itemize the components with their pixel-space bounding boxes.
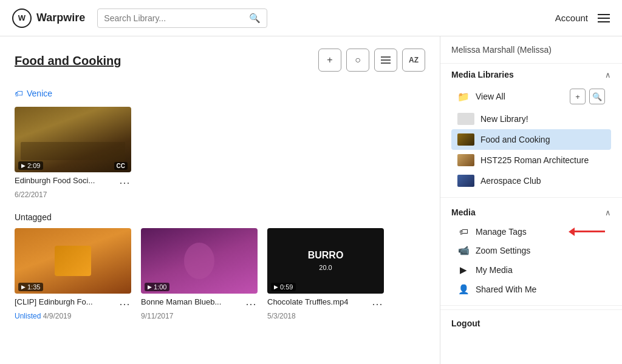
toolbar: + ○ AZ [318, 49, 425, 72]
sidebar-user: Melissa Marshall (Melissa) [440, 36, 622, 64]
search-icon: 🔍 [249, 13, 261, 24]
logo-text: Warpwire [36, 12, 85, 24]
media-section-title: Media [451, 207, 476, 217]
new-library-label: New Library! [480, 114, 528, 124]
play-icon: ▶ [457, 265, 470, 275]
tag-icon: 🏷 [15, 89, 23, 98]
card-thumbnail: ▶ 1:35 [15, 228, 131, 294]
sidebar-item-new-library[interactable]: New Library! [451, 109, 611, 129]
media-libraries-title: Media Libraries [451, 70, 514, 79]
untagged-label: Untagged [15, 212, 425, 222]
shared-with-me-label: Shared With Me [476, 285, 536, 294]
tag-label: Venice [27, 89, 52, 98]
card-date: 6/22/2017 [15, 190, 131, 199]
logout-label[interactable]: Logout [451, 318, 480, 328]
svg-rect-2 [381, 62, 391, 64]
arrow-head-icon [569, 228, 575, 236]
card-info: [CLIP] Edinburgh Fo... ⋯ Unlisted 4/9/20… [15, 294, 131, 324]
search-library-button[interactable]: 🔍 [589, 89, 605, 104]
card-bonne-maman[interactable]: ▶ 1:00 Bonne Maman Blueb... ⋯ 9/11/2017 [141, 228, 258, 324]
logout-section: Logout [440, 309, 622, 337]
arrow-indicator [569, 228, 605, 236]
cc-badge: CC [114, 162, 128, 170]
my-media-label: My Media [476, 265, 513, 275]
video-duration: ▶ 1:35 [18, 283, 43, 291]
media-libraries-section: Media Libraries ∧ 📁 View All + 🔍 New Lib… [440, 64, 622, 194]
search-input[interactable] [104, 13, 244, 23]
account-label[interactable]: Account [555, 13, 588, 23]
search-bar[interactable]: 🔍 [97, 8, 267, 28]
card-title: [CLIP] Edinburgh Fo... [15, 297, 118, 306]
card-chocolate-truffles[interactable]: BURRO20.0 ▶ 0:59 Chocolate Truffles.mp4 … [267, 228, 384, 324]
hamburger-menu[interactable] [598, 14, 610, 22]
collapse-libraries-icon[interactable]: ∧ [605, 70, 611, 79]
list-icon [381, 56, 391, 64]
sidebar-divider [440, 197, 622, 198]
sidebar-item-aerospace-club[interactable]: Aerospace Club [451, 170, 611, 191]
tag-icon: 🏷 [457, 226, 470, 237]
card-thumbnail: BURRO20.0 ▶ 0:59 [267, 228, 384, 294]
more-options-button[interactable]: ⋯ [371, 297, 384, 311]
card-thumbnail: ▶ 1:00 [141, 228, 258, 294]
svg-rect-0 [381, 56, 391, 58]
more-options-button[interactable]: ⋯ [244, 297, 258, 311]
list-view-button[interactable] [374, 49, 397, 72]
card-edinburgh[interactable]: ▶ 2:09 CC Edinburgh Food Soci... ⋯ 6/22/… [15, 107, 131, 203]
card-info: Edinburgh Food Soci... ⋯ 6/22/2017 [15, 172, 131, 203]
folder-icon: 📁 [457, 91, 470, 103]
person-icon: 👤 [457, 284, 470, 295]
add-library-button[interactable]: + [570, 89, 586, 104]
manage-tags-item[interactable]: 🏷 Manage Tags [451, 222, 611, 241]
video-camera-icon: 📹 [457, 245, 470, 256]
more-options-button[interactable]: ⋯ [118, 176, 131, 189]
unlisted-badge: Unlisted [15, 312, 41, 320]
sidebar: Melissa Marshall (Melissa) Media Librari… [440, 36, 622, 364]
circle-button[interactable]: ○ [346, 49, 369, 72]
roman-arch-thumb [457, 154, 474, 166]
card-clip-edinburgh[interactable]: ▶ 1:35 [CLIP] Edinburgh Fo... ⋯ Unlisted… [15, 228, 131, 324]
card-title: Bonne Maman Blueb... [141, 297, 244, 306]
card-info: Chocolate Truffles.mp4 ⋯ 5/3/2018 [267, 294, 384, 324]
aerospace-label: Aerospace Club [480, 176, 541, 186]
arrow-shaft [575, 231, 605, 232]
aerospace-thumb [457, 175, 474, 187]
logo[interactable]: W Warpwire [12, 8, 85, 28]
zoom-settings-item[interactable]: 📹 Zoom Settings [451, 241, 611, 260]
manage-tags-label: Manage Tags [476, 227, 560, 237]
card-title: Edinburgh Food Soci... [15, 176, 118, 185]
video-duration: ▶ 2:09 [18, 161, 43, 170]
logout-divider [440, 305, 622, 306]
card-meta: Unlisted 4/9/2019 [15, 312, 131, 320]
header-right: Account [555, 13, 610, 23]
svg-rect-1 [381, 59, 391, 61]
video-duration: ▶ 0:59 [271, 283, 296, 291]
untagged-grid: ▶ 1:35 [CLIP] Edinburgh Fo... ⋯ Unlisted… [15, 228, 425, 324]
view-all-label: View All [476, 92, 564, 101]
card-date: 4/9/2019 [43, 312, 72, 320]
layout: Food and Cooking + ○ AZ 🏷 Venice [0, 36, 622, 364]
logo-icon: W [12, 8, 32, 28]
more-options-button[interactable]: ⋯ [118, 297, 131, 311]
venice-tag[interactable]: 🏷 Venice [15, 89, 425, 98]
sidebar-item-roman-architecture[interactable]: HST225 Roman Architecture [451, 150, 611, 170]
card-thumbnail: ▶ 2:09 CC [15, 107, 131, 172]
page-title: Food and Cooking [15, 54, 121, 68]
card-title: Chocolate Truffles.mp4 [267, 297, 371, 306]
card-info: Bonne Maman Blueb... ⋯ 9/11/2017 [141, 294, 258, 324]
sidebar-item-food-cooking[interactable]: Food and Cooking [451, 129, 611, 150]
sidebar-item-view-all[interactable]: 📁 View All + 🔍 [451, 84, 611, 109]
food-cooking-label: Food and Cooking [480, 135, 550, 144]
collapse-media-icon[interactable]: ∧ [605, 208, 611, 217]
roman-arch-label: HST225 Roman Architecture [480, 155, 589, 165]
my-media-item[interactable]: ▶ My Media [451, 260, 611, 280]
new-library-thumb [457, 113, 474, 125]
food-cooking-thumb [457, 133, 474, 146]
media-section: Media ∧ 🏷 Manage Tags 📹 Zoom Settings [440, 201, 622, 302]
main-content: Food and Cooking + ○ AZ 🏷 Venice [0, 36, 440, 364]
sort-button[interactable]: AZ [402, 49, 425, 72]
header-left: W Warpwire 🔍 [12, 8, 267, 28]
shared-with-me-item[interactable]: 👤 Shared With Me [451, 280, 611, 299]
add-button[interactable]: + [318, 49, 341, 72]
card-date: 5/3/2018 [267, 312, 384, 320]
card-date: 9/11/2017 [141, 312, 258, 320]
